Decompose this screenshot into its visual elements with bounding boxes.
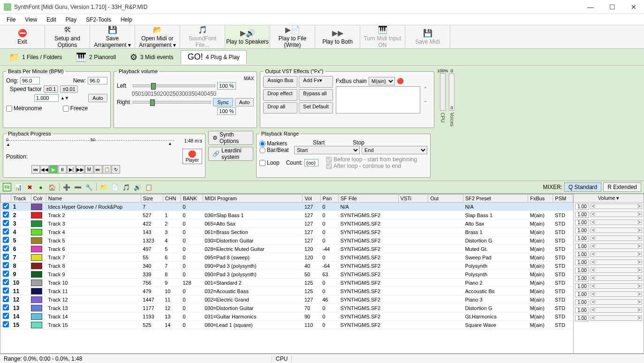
tab-3-midi-events[interactable]: ⚙3 Midi events bbox=[123, 50, 181, 64]
color-swatch[interactable] bbox=[31, 263, 42, 269]
track-row-11[interactable]: 11Track 11479100032=Acoustic Bass1250SYN… bbox=[1, 287, 573, 295]
marker-button[interactable]: M bbox=[85, 165, 93, 174]
track-check[interactable] bbox=[3, 254, 9, 260]
vol-row-14[interactable]: 1.00<> bbox=[574, 306, 644, 314]
mixer-extended-button[interactable]: R Extended bbox=[603, 182, 641, 192]
player-button[interactable]: 🛑 Player bbox=[182, 149, 202, 164]
color-swatch[interactable] bbox=[31, 212, 42, 219]
col-chn[interactable]: CHN bbox=[163, 195, 181, 203]
col-fxbus[interactable]: FxBus bbox=[528, 195, 553, 203]
track-check[interactable] bbox=[3, 313, 9, 319]
toolbar-exit[interactable]: ⛔Exit bbox=[0, 25, 45, 48]
track-check[interactable] bbox=[3, 228, 9, 234]
color-swatch[interactable] bbox=[31, 246, 42, 252]
drop-effect-button[interactable]: Drop effect bbox=[263, 89, 297, 100]
track-row-4[interactable]: 4Track 414330061=Brass Section1270SYNTHG… bbox=[1, 228, 573, 236]
chain-select[interactable]: M(ain) bbox=[369, 77, 395, 85]
home-icon[interactable]: 🏠 bbox=[48, 183, 56, 191]
menu-view[interactable]: View bbox=[21, 15, 41, 24]
record-icon[interactable]: ● bbox=[37, 183, 45, 191]
track-row-2[interactable]: 2Track 252710036=Slap Bass 11270SYNTHGMS… bbox=[1, 211, 573, 219]
extra2-button[interactable]: ↻ bbox=[112, 165, 120, 174]
toolbar-play-to-file-write-[interactable]: ▶📄Play to File (Write) bbox=[270, 25, 315, 48]
vol-row-5[interactable]: 1.00<> bbox=[574, 234, 644, 242]
ff-button[interactable]: ▶▶ bbox=[76, 165, 84, 174]
track-row-1[interactable]: 1Idecs Hyper Groove / Rock&Pop701270N/AN… bbox=[1, 203, 573, 211]
start-select[interactable]: Start bbox=[294, 146, 360, 154]
loop-checkbox[interactable]: Loop bbox=[259, 159, 280, 166]
vol-row-12[interactable]: 1.00<> bbox=[574, 290, 644, 298]
track-row-14[interactable]: 14Track 141193130031=Guitar Harmonics900… bbox=[1, 312, 573, 321]
menu-edit[interactable]: Edit bbox=[43, 15, 60, 24]
assign-bus-button[interactable]: Assign Bus bbox=[263, 76, 297, 88]
bpm-new-input[interactable] bbox=[88, 77, 107, 84]
col-check[interactable] bbox=[1, 195, 11, 203]
tool-icon-7[interactable]: 📋 bbox=[144, 183, 153, 191]
col-sf-file[interactable]: SF File bbox=[339, 195, 399, 203]
vol-row-7[interactable]: 1.00<> bbox=[574, 250, 644, 258]
left-slider[interactable] bbox=[133, 84, 215, 87]
track-check[interactable] bbox=[3, 321, 9, 327]
color-swatch[interactable] bbox=[31, 288, 42, 295]
tab-4-plug-play[interactable]: GO!4 Plug & Play bbox=[181, 50, 247, 64]
vol-row-3[interactable]: 1.00<> bbox=[574, 219, 644, 227]
speed-input[interactable] bbox=[34, 94, 59, 102]
col-vsti[interactable]: VSTi bbox=[398, 195, 428, 203]
barbeat-radio[interactable]: Bar/Beat bbox=[259, 147, 292, 153]
vol-row-13[interactable]: 1.00<> bbox=[574, 298, 644, 306]
color-swatch[interactable] bbox=[31, 204, 42, 210]
end-button[interactable]: ⏭ bbox=[94, 165, 102, 174]
vol-row-15[interactable]: 1.00<> bbox=[574, 314, 644, 322]
progress-ruler[interactable] bbox=[6, 140, 174, 141]
track-row-13[interactable]: 13Track 131177120030=Distortion Guitar70… bbox=[1, 304, 573, 312]
color-swatch[interactable] bbox=[31, 229, 42, 235]
col-size[interactable]: Size bbox=[141, 195, 163, 203]
tool-icon-6[interactable]: 🔊 bbox=[133, 183, 142, 191]
track-row-3[interactable]: 3Track 342220065=Alto Sax1270SYNTHGMS.SF… bbox=[1, 219, 573, 228]
color-swatch[interactable] bbox=[31, 254, 42, 261]
minimize-button[interactable]: — bbox=[584, 3, 597, 11]
col-psm[interactable]: PSM bbox=[553, 195, 573, 203]
col-out[interactable]: Out bbox=[428, 195, 463, 203]
color-swatch[interactable] bbox=[31, 305, 42, 311]
track-row-5[interactable]: 5Track 5132340030=Distortion Guitar1270S… bbox=[1, 236, 573, 245]
track-row-6[interactable]: 6Track 649750028=Electric Muted Guitar12… bbox=[1, 245, 573, 253]
tracks-table-pane[interactable]: TrackColrNameSizeCHNBANKMIDI ProgramVolP… bbox=[0, 194, 574, 354]
fit-button[interactable]: Fit bbox=[3, 183, 11, 191]
vol-auto-button[interactable]: Auto bbox=[235, 98, 254, 106]
col-name[interactable]: Name bbox=[46, 195, 141, 203]
track-row-10[interactable]: 10Track 107569128001=Standard 21250SYNTH… bbox=[1, 279, 573, 287]
tool-icon-2[interactable]: 🔧 bbox=[85, 183, 93, 191]
menu-play[interactable]: Play bbox=[62, 15, 80, 24]
metronome-checkbox[interactable]: Metronome bbox=[6, 105, 42, 112]
bypass-all-button[interactable]: Bypass all bbox=[299, 89, 333, 100]
rewind-button[interactable]: ◀◀ bbox=[40, 165, 49, 174]
bpm-auto-button[interactable]: Auto bbox=[88, 94, 107, 102]
track-check[interactable] bbox=[3, 212, 9, 218]
col-colr[interactable]: Colr bbox=[31, 195, 46, 203]
markers-radio[interactable]: Markers bbox=[259, 140, 292, 147]
tool-icon-4[interactable]: 📄 bbox=[111, 183, 119, 191]
chain-icon[interactable]: 🔴 bbox=[397, 78, 404, 84]
right-pct[interactable] bbox=[217, 107, 236, 115]
col-vol[interactable]: Vol bbox=[303, 195, 320, 203]
toolbar-play-to-speakers[interactable]: ▶🔊Play to Speakers bbox=[225, 25, 270, 48]
col-track[interactable]: Track bbox=[11, 195, 31, 203]
pause-button[interactable]: ⏸ bbox=[58, 165, 67, 174]
track-check[interactable] bbox=[3, 237, 9, 243]
vol-row-11[interactable]: 1.00<> bbox=[574, 282, 644, 290]
track-check[interactable] bbox=[3, 287, 9, 294]
color-swatch[interactable] bbox=[31, 322, 42, 328]
extra1-button[interactable]: 📋 bbox=[103, 165, 111, 174]
col-pan[interactable]: Pan bbox=[320, 195, 338, 203]
track-check[interactable] bbox=[3, 203, 9, 209]
col-bank[interactable]: BANK bbox=[181, 195, 203, 203]
track-row-8[interactable]: 8Track 834070090=Pad 3 (polysynth)40-64S… bbox=[1, 262, 573, 270]
col-midi-program[interactable]: MIDI Program bbox=[203, 195, 303, 203]
close-button[interactable]: ✕ bbox=[627, 3, 640, 11]
track-row-7[interactable]: 7Track 75560095=Pad 8 (sweep)1200SYNTHGM… bbox=[1, 253, 573, 262]
vol-row-9[interactable]: 1.00<> bbox=[574, 266, 644, 274]
vst-down-icon[interactable]: ⌄ bbox=[423, 97, 428, 104]
track-check[interactable] bbox=[3, 304, 9, 310]
vol-row-1[interactable]: 1.00<> bbox=[574, 203, 644, 211]
